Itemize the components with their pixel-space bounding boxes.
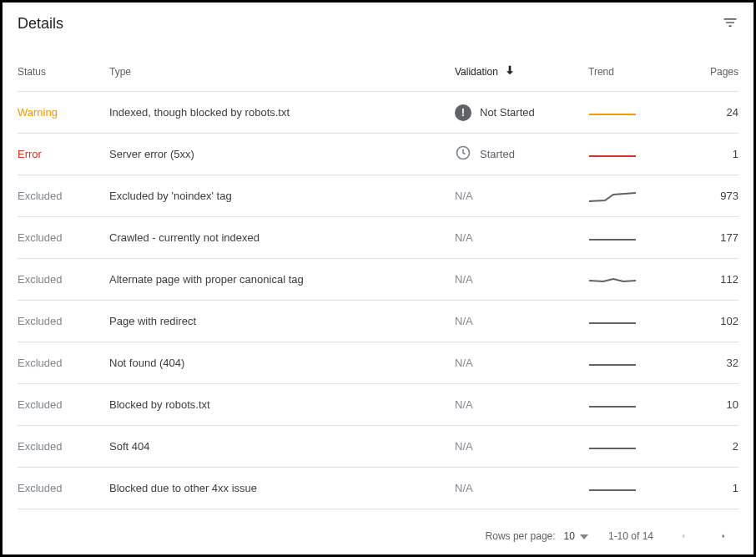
rows-per-page: Rows per page: 10: [486, 530, 588, 542]
panel-title: Details: [18, 15, 63, 33]
validation-cell: N/A: [455, 315, 588, 327]
status-cell: Excluded: [18, 273, 109, 286]
exclamation-icon: !: [455, 104, 471, 121]
pages-cell: 973: [688, 190, 738, 202]
dropdown-icon: [580, 530, 588, 542]
pages-cell: 24: [688, 106, 738, 119]
pages-cell: 177: [688, 231, 738, 244]
type-cell: Alternate page with proper canonical tag: [109, 273, 455, 286]
sparkline-icon: [588, 103, 637, 123]
header-trend[interactable]: Trend: [588, 66, 688, 78]
filter-icon[interactable]: [722, 14, 738, 33]
trend-cell: [588, 144, 688, 165]
sparkline-icon: [588, 270, 637, 290]
sparkline-icon: [588, 186, 637, 206]
trend-cell: [588, 311, 688, 332]
table-footer: Rows per page: 10 1-10 of 14: [18, 518, 738, 546]
sparkline-icon: [588, 311, 637, 332]
header-validation-label: Validation: [455, 66, 498, 78]
type-cell: Excluded by 'noindex' tag: [109, 190, 455, 202]
table-row[interactable]: ErrorServer error (5xx)Started1: [18, 134, 738, 175]
sort-descending-icon: [503, 63, 517, 79]
table-row[interactable]: ExcludedBlocked due to other 4xx issueN/…: [18, 468, 738, 509]
header-status[interactable]: Status: [18, 66, 109, 78]
sparkline-icon: [588, 395, 637, 415]
sparkline-icon: [588, 353, 637, 373]
validation-cell: N/A: [455, 273, 588, 286]
type-cell: Page with redirect: [109, 315, 455, 327]
validation-label: Not Started: [480, 106, 535, 119]
validation-label: N/A: [455, 190, 473, 202]
pages-cell: 2: [688, 440, 738, 453]
next-page-button[interactable]: [713, 526, 733, 546]
status-cell: Excluded: [18, 357, 109, 369]
trend-cell: [588, 186, 688, 206]
table-row[interactable]: ExcludedSoft 404N/A2: [18, 426, 738, 468]
header-validation[interactable]: Validation: [455, 63, 588, 79]
rows-per-page-select[interactable]: 10: [564, 530, 588, 542]
header-pages[interactable]: Pages: [688, 66, 738, 78]
pages-cell: 1: [688, 148, 738, 160]
validation-cell: N/A: [455, 231, 588, 244]
trend-cell: [588, 270, 688, 290]
validation-label: N/A: [455, 273, 473, 286]
validation-label: N/A: [455, 231, 473, 244]
trend-cell: [588, 437, 688, 457]
trend-cell: [588, 353, 688, 373]
trend-cell: [588, 395, 688, 415]
prev-page-button[interactable]: [673, 526, 693, 546]
pages-cell: 102: [688, 315, 738, 327]
pages-cell: 1: [688, 482, 738, 494]
rows-per-page-value: 10: [564, 530, 575, 542]
validation-cell: N/A: [455, 357, 588, 369]
validation-label: N/A: [455, 398, 473, 411]
validation-label: N/A: [455, 357, 473, 369]
status-cell: Excluded: [18, 231, 109, 244]
type-cell: Not found (404): [109, 357, 455, 369]
table-row[interactable]: ExcludedAlternate page with proper canon…: [18, 259, 738, 301]
pagination-range: 1-10 of 14: [608, 530, 653, 542]
table-body: WarningIndexed, though blocked by robots…: [18, 92, 738, 509]
status-cell: Excluded: [18, 398, 109, 411]
validation-cell: N/A: [455, 398, 588, 411]
trend-cell: [588, 228, 688, 248]
type-cell: Soft 404: [109, 440, 455, 453]
status-cell: Excluded: [18, 482, 109, 494]
type-cell: Blocked by robots.txt: [109, 398, 455, 411]
status-cell: Warning: [18, 106, 109, 119]
status-cell: Error: [18, 148, 109, 160]
table-header: Status Type Validation Trend Pages: [18, 57, 738, 92]
table-row[interactable]: ExcludedExcluded by 'noindex' tagN/A973: [18, 175, 738, 217]
sparkline-icon: [588, 228, 637, 248]
rows-per-page-label: Rows per page:: [486, 530, 556, 542]
header-type[interactable]: Type: [109, 66, 455, 78]
table-row[interactable]: ExcludedPage with redirectN/A102: [18, 301, 738, 342]
pages-cell: 32: [688, 357, 738, 369]
validation-label: N/A: [455, 315, 473, 327]
validation-cell: N/A: [455, 440, 588, 453]
sparkline-icon: [588, 144, 637, 165]
validation-cell: N/A: [455, 190, 588, 202]
trend-cell: [588, 103, 688, 123]
pages-cell: 10: [688, 398, 738, 411]
trend-cell: [588, 479, 688, 499]
validation-label: N/A: [455, 482, 473, 494]
clock-icon: [455, 144, 471, 164]
type-cell: Indexed, though blocked by robots.txt: [109, 106, 455, 119]
validation-cell: N/A: [455, 482, 588, 494]
validation-cell: Started: [455, 144, 588, 164]
status-cell: Excluded: [18, 440, 109, 453]
sparkline-icon: [588, 479, 637, 499]
table-row[interactable]: ExcludedCrawled - currently not indexedN…: [18, 217, 738, 259]
title-row: Details: [18, 14, 738, 57]
table-row[interactable]: WarningIndexed, though blocked by robots…: [18, 92, 738, 134]
pages-cell: 112: [688, 273, 738, 286]
table-row[interactable]: ExcludedBlocked by robots.txtN/A10: [18, 384, 738, 426]
sparkline-icon: [588, 437, 637, 457]
validation-label: Started: [480, 148, 515, 160]
type-cell: Blocked due to other 4xx issue: [109, 482, 455, 494]
status-cell: Excluded: [18, 315, 109, 327]
table-row[interactable]: ExcludedNot found (404)N/A32: [18, 342, 738, 384]
validation-label: N/A: [455, 440, 473, 453]
details-panel: Details Status Type Validation Trend Pag…: [0, 0, 756, 557]
